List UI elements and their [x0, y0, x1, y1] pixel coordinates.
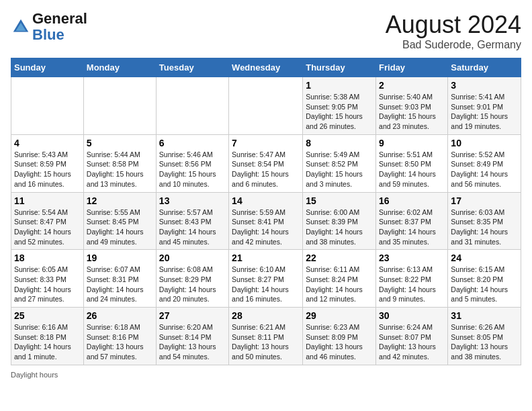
calendar-cell: 14Sunrise: 5:59 AMSunset: 8:41 PMDayligh…: [229, 192, 303, 250]
page-header: General Blue August 2024 Bad Suderode, G…: [11, 11, 521, 51]
calendar-week-row: 1Sunrise: 5:38 AMSunset: 9:05 PMDaylight…: [11, 77, 521, 135]
day-info: Sunrise: 6:26 AMSunset: 8:05 PMDaylight:…: [451, 322, 518, 362]
day-number: 10: [451, 138, 518, 148]
calendar-cell: 30Sunrise: 6:24 AMSunset: 8:07 PMDayligh…: [376, 308, 448, 365]
day-number: 17: [451, 195, 518, 206]
calendar-col-header: Tuesday: [156, 58, 228, 77]
day-number: 8: [306, 138, 373, 148]
calendar-cell: [156, 77, 228, 135]
title-block: August 2024 Bad Suderode, Germany: [386, 11, 521, 51]
day-number: 22: [306, 253, 373, 263]
calendar-cell: 27Sunrise: 6:20 AMSunset: 8:14 PMDayligh…: [156, 308, 228, 365]
day-number: 20: [159, 253, 226, 263]
day-number: 16: [379, 195, 445, 206]
calendar-week-row: 4Sunrise: 5:43 AMSunset: 8:59 PMDaylight…: [11, 134, 521, 192]
calendar-cell: 8Sunrise: 5:49 AMSunset: 8:52 PMDaylight…: [303, 134, 376, 192]
calendar-cell: 11Sunrise: 5:54 AMSunset: 8:47 PMDayligh…: [11, 192, 84, 250]
day-number: 19: [87, 253, 153, 263]
calendar-week-row: 25Sunrise: 6:16 AMSunset: 8:18 PMDayligh…: [11, 308, 521, 365]
calendar-col-header: Friday: [376, 58, 448, 77]
calendar-cell: [83, 77, 156, 135]
calendar-cell: 20Sunrise: 6:08 AMSunset: 8:29 PMDayligh…: [156, 250, 228, 308]
calendar-body: 1Sunrise: 5:38 AMSunset: 9:05 PMDaylight…: [11, 77, 521, 365]
logo-line2: Blue: [32, 27, 87, 43]
day-number: 13: [159, 195, 226, 206]
calendar-cell: 18Sunrise: 6:05 AMSunset: 8:33 PMDayligh…: [11, 250, 84, 308]
day-number: 25: [14, 310, 81, 321]
calendar-cell: [11, 77, 84, 135]
day-number: 7: [232, 138, 300, 148]
day-number: 29: [306, 310, 373, 321]
day-number: 14: [232, 195, 300, 206]
calendar-cell: 28Sunrise: 6:21 AMSunset: 8:11 PMDayligh…: [229, 308, 303, 365]
calendar-cell: 3Sunrise: 5:41 AMSunset: 9:01 PMDaylight…: [448, 77, 521, 135]
day-info: Sunrise: 6:13 AMSunset: 8:22 PMDaylight:…: [379, 265, 445, 304]
day-info: Sunrise: 5:52 AMSunset: 8:49 PMDaylight:…: [451, 150, 518, 189]
calendar-cell: 16Sunrise: 6:02 AMSunset: 8:37 PMDayligh…: [376, 192, 448, 250]
day-info: Sunrise: 6:20 AMSunset: 8:14 PMDaylight:…: [159, 322, 226, 362]
calendar-cell: 17Sunrise: 6:03 AMSunset: 8:35 PMDayligh…: [448, 192, 521, 250]
calendar-cell: [229, 77, 303, 135]
day-number: 1: [306, 80, 373, 91]
day-info: Sunrise: 6:03 AMSunset: 8:35 PMDaylight:…: [451, 208, 518, 247]
footer-label: Daylight hours: [11, 371, 58, 379]
day-number: 2: [379, 80, 445, 91]
day-info: Sunrise: 5:43 AMSunset: 8:59 PMDaylight:…: [14, 150, 81, 189]
logo-line1: General: [32, 11, 87, 27]
calendar-cell: 6Sunrise: 5:46 AMSunset: 8:56 PMDaylight…: [156, 134, 228, 192]
day-info: Sunrise: 6:11 AMSunset: 8:24 PMDaylight:…: [306, 265, 373, 304]
day-info: Sunrise: 6:07 AMSunset: 8:31 PMDaylight:…: [87, 265, 153, 304]
day-number: 21: [232, 253, 300, 263]
day-info: Sunrise: 5:47 AMSunset: 8:54 PMDaylight:…: [232, 150, 300, 189]
day-info: Sunrise: 6:18 AMSunset: 8:16 PMDaylight:…: [87, 322, 153, 362]
logo-icon: [11, 17, 31, 37]
day-number: 28: [232, 310, 300, 321]
footer: Daylight hours: [11, 371, 521, 379]
calendar-col-header: Monday: [83, 58, 156, 77]
day-number: 31: [451, 310, 518, 321]
calendar-cell: 7Sunrise: 5:47 AMSunset: 8:54 PMDaylight…: [229, 134, 303, 192]
calendar-cell: 13Sunrise: 5:57 AMSunset: 8:43 PMDayligh…: [156, 192, 228, 250]
day-number: 11: [14, 195, 81, 206]
calendar-header-row: SundayMondayTuesdayWednesdayThursdayFrid…: [11, 58, 521, 77]
day-info: Sunrise: 5:55 AMSunset: 8:45 PMDaylight:…: [87, 208, 153, 247]
calendar-week-row: 18Sunrise: 6:05 AMSunset: 8:33 PMDayligh…: [11, 250, 521, 308]
calendar-cell: 23Sunrise: 6:13 AMSunset: 8:22 PMDayligh…: [376, 250, 448, 308]
day-info: Sunrise: 6:05 AMSunset: 8:33 PMDaylight:…: [14, 265, 81, 304]
day-number: 18: [14, 253, 81, 263]
day-info: Sunrise: 5:59 AMSunset: 8:41 PMDaylight:…: [232, 208, 300, 247]
calendar-cell: 15Sunrise: 6:00 AMSunset: 8:39 PMDayligh…: [303, 192, 376, 250]
day-number: 6: [159, 138, 226, 148]
day-info: Sunrise: 5:40 AMSunset: 9:03 PMDaylight:…: [379, 92, 445, 132]
logo: General Blue: [11, 11, 87, 43]
day-info: Sunrise: 6:23 AMSunset: 8:09 PMDaylight:…: [306, 322, 373, 362]
calendar-cell: 19Sunrise: 6:07 AMSunset: 8:31 PMDayligh…: [83, 250, 156, 308]
day-info: Sunrise: 5:41 AMSunset: 9:01 PMDaylight:…: [451, 92, 518, 132]
day-info: Sunrise: 5:44 AMSunset: 8:58 PMDaylight:…: [87, 150, 153, 189]
month-title: August 2024: [386, 11, 521, 39]
calendar-col-header: Wednesday: [229, 58, 303, 77]
day-info: Sunrise: 6:00 AMSunset: 8:39 PMDaylight:…: [306, 208, 373, 247]
day-number: 23: [379, 253, 445, 263]
day-info: Sunrise: 5:51 AMSunset: 8:50 PMDaylight:…: [379, 150, 445, 189]
day-info: Sunrise: 6:16 AMSunset: 8:18 PMDaylight:…: [14, 322, 81, 362]
calendar-col-header: Sunday: [11, 58, 84, 77]
calendar-cell: 22Sunrise: 6:11 AMSunset: 8:24 PMDayligh…: [303, 250, 376, 308]
day-info: Sunrise: 5:46 AMSunset: 8:56 PMDaylight:…: [159, 150, 226, 189]
location: Bad Suderode, Germany: [386, 39, 521, 51]
calendar-cell: 2Sunrise: 5:40 AMSunset: 9:03 PMDaylight…: [376, 77, 448, 135]
day-number: 5: [87, 138, 153, 148]
calendar-cell: 25Sunrise: 6:16 AMSunset: 8:18 PMDayligh…: [11, 308, 84, 365]
day-number: 9: [379, 138, 445, 148]
calendar-cell: 21Sunrise: 6:10 AMSunset: 8:27 PMDayligh…: [229, 250, 303, 308]
day-info: Sunrise: 6:08 AMSunset: 8:29 PMDaylight:…: [159, 265, 226, 304]
day-info: Sunrise: 6:24 AMSunset: 8:07 PMDaylight:…: [379, 322, 445, 362]
day-info: Sunrise: 6:15 AMSunset: 8:20 PMDaylight:…: [451, 265, 518, 304]
calendar-week-row: 11Sunrise: 5:54 AMSunset: 8:47 PMDayligh…: [11, 192, 521, 250]
calendar-cell: 12Sunrise: 5:55 AMSunset: 8:45 PMDayligh…: [83, 192, 156, 250]
calendar-cell: 5Sunrise: 5:44 AMSunset: 8:58 PMDaylight…: [83, 134, 156, 192]
day-number: 3: [451, 80, 518, 91]
calendar-col-header: Thursday: [303, 58, 376, 77]
day-info: Sunrise: 5:38 AMSunset: 9:05 PMDaylight:…: [306, 92, 373, 132]
day-number: 4: [14, 138, 81, 148]
